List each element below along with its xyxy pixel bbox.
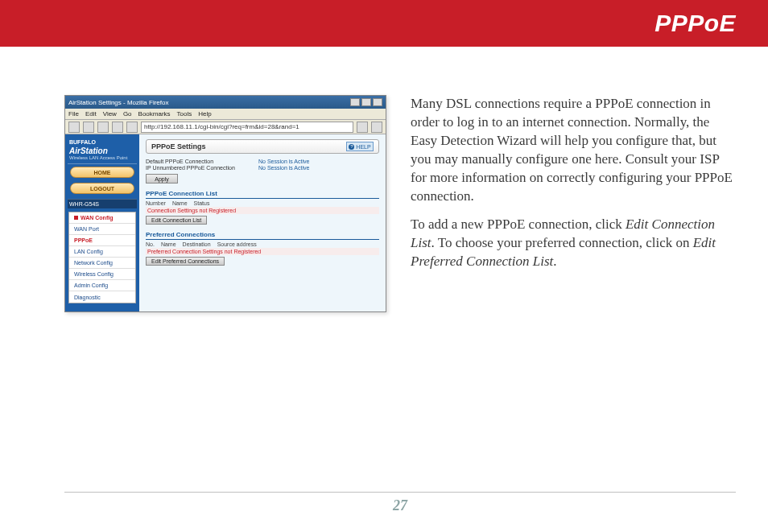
minimize-icon[interactable] (350, 98, 360, 106)
go-icon[interactable] (357, 122, 368, 133)
window-title: AirStation Settings - Mozilla Firefox (68, 99, 169, 106)
page-body: BUFFALO AirStation Wireless LAN Access P… (65, 134, 386, 311)
col-destination: Destination (183, 241, 211, 247)
nav-label: WAN Config (81, 215, 113, 221)
nav-diagnostic[interactable]: Diagnostic (69, 291, 135, 303)
col-name: Name (172, 200, 188, 206)
addressbar: http://192.168.11.1/cgi-bin/cgi?req=frm&… (65, 120, 386, 134)
paragraph-2: To add a new PPPoE connection, click Edi… (411, 216, 736, 271)
forward-icon[interactable] (83, 122, 94, 133)
document-text: Many DSL connections require a PPPoE con… (411, 95, 736, 312)
nav-wan-port[interactable]: WAN Port (69, 224, 135, 235)
text-fragment: . To choose your preferred connection, c… (431, 235, 693, 250)
menu-help[interactable]: Help (198, 110, 211, 118)
window-titlebar: AirStation Settings - Mozilla Firefox (65, 96, 386, 109)
status-row: IP Unnumbered PPPoE Connection No Sessio… (146, 165, 379, 171)
page-number: 27 (393, 497, 407, 513)
help-icon: ? (349, 144, 354, 150)
col-number: Number (146, 200, 166, 206)
product-subtitle: Wireless LAN Access Point (69, 155, 135, 160)
nav-admin-config[interactable]: Admin Config (69, 280, 135, 291)
footer: 27 (64, 492, 736, 514)
connection-empty-msg: Connection Settings not Registered (146, 207, 379, 214)
preferred-title: Preferred Connections (146, 231, 379, 240)
text-fragment: . (553, 254, 556, 269)
menu-go[interactable]: Go (123, 110, 132, 118)
nav-pppoe[interactable]: PPPoE (69, 235, 135, 246)
status-value: No Session is Active (258, 165, 309, 171)
maximize-icon[interactable] (361, 98, 371, 106)
status-label: Default PPPoE Connection (146, 159, 258, 164)
menu-view[interactable]: View (103, 110, 117, 118)
menu-bookmarks[interactable]: Bookmarks (138, 110, 171, 118)
home-button[interactable]: HOME (70, 167, 134, 178)
edit-connection-list-button[interactable]: Edit Connection List (146, 216, 207, 225)
menubar: File Edit View Go Bookmarks Tools Help (65, 109, 386, 120)
paragraph-1: Many DSL connections require a PPPoE con… (411, 95, 736, 206)
help-label: HELP (356, 144, 370, 150)
connection-headers: Number Name Status (146, 200, 379, 206)
url-input[interactable]: http://192.168.11.1/cgi-bin/cgi?req=frm&… (141, 122, 353, 133)
panel-title: PPPoE Settings (151, 142, 206, 151)
status-row: Default PPPoE Connection No Session is A… (146, 159, 379, 164)
stop-icon[interactable] (112, 122, 123, 133)
menu-edit[interactable]: Edit (85, 110, 97, 118)
logout-button[interactable]: LOGOUT (70, 183, 134, 194)
status-value: No Session is Active (258, 159, 309, 164)
apply-button[interactable]: Apply (146, 174, 178, 184)
col-status: Status (194, 200, 210, 206)
nav-list: WAN Config WAN Port PPPoE LAN Config Net… (68, 212, 136, 303)
bullet-icon (74, 216, 78, 220)
menu-tools[interactable]: Tools (177, 110, 192, 118)
status-label: IP Unnumbered PPPoE Connection (146, 165, 258, 171)
text-fragment: To add a new PPPoE connection, click (411, 217, 626, 232)
search-icon[interactable] (371, 122, 382, 133)
nav-network-config[interactable]: Network Config (69, 258, 135, 269)
sidebar: BUFFALO AirStation Wireless LAN Access P… (65, 134, 139, 311)
window-controls (350, 98, 382, 106)
header-bar: PPPoE (0, 0, 768, 47)
preferred-headers: No. Name Destination Source address (146, 241, 379, 247)
url-text: http://192.168.11.1/cgi-bin/cgi?req=frm&… (144, 123, 299, 130)
connection-list-title: PPPoE Connection List (146, 190, 379, 199)
close-icon[interactable] (373, 98, 382, 106)
nav-lan-config[interactable]: LAN Config (69, 246, 135, 258)
back-icon[interactable] (68, 122, 80, 133)
page-title: PPPoE (654, 10, 736, 37)
col-name: Name (161, 241, 176, 247)
reload-icon[interactable] (97, 122, 109, 133)
nav-wan-config[interactable]: WAN Config (69, 212, 135, 224)
help-button[interactable]: ? HELP (346, 142, 374, 151)
home-icon[interactable] (126, 122, 138, 133)
edit-preferred-connections-button[interactable]: Edit Preferred Connections (146, 257, 225, 266)
model-label: WHR-G54S (68, 199, 137, 208)
menu-file[interactable]: File (68, 110, 79, 118)
embedded-screenshot: AirStation Settings - Mozilla Firefox Fi… (64, 95, 386, 312)
preferred-empty-msg: Preferred Connection Settings not Regist… (146, 248, 379, 255)
col-source: Source address (217, 241, 257, 247)
col-no: No. (146, 241, 155, 247)
brand-logo: BUFFALO (68, 138, 137, 146)
main-panel: PPPoE Settings ? HELP Default PPPoE Conn… (139, 134, 386, 311)
product-title: AirStation (69, 146, 108, 155)
nav-wireless-config[interactable]: Wireless Config (69, 269, 135, 280)
panel-header: PPPoE Settings ? HELP (146, 139, 379, 154)
product-name: AirStation Wireless LAN Access Point (68, 146, 137, 164)
content-area: AirStation Settings - Mozilla Firefox Fi… (0, 47, 768, 312)
